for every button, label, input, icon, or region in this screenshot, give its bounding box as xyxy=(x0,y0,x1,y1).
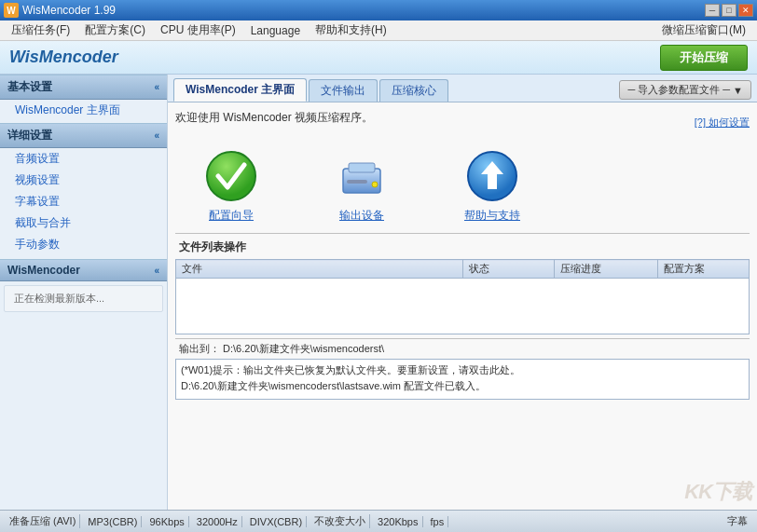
sidebar-item-manual[interactable]: 手动参数 xyxy=(0,234,167,255)
output-device-label: 输出设备 xyxy=(339,208,384,224)
titlebar-buttons: ─ □ ✕ xyxy=(705,4,753,17)
main-panel: 欢迎使用 WisMencoder 视频压缩程序。 [?] 如何设置 xyxy=(168,102,757,510)
status-video-codec: DIVX(CBR) xyxy=(246,516,307,527)
sidebar-wis-label: WisMencoder xyxy=(7,264,80,277)
how-to-setup-link[interactable]: [?] 如何设置 xyxy=(695,116,750,130)
col-status: 状态 xyxy=(462,260,554,279)
menu-compress[interactable]: 压缩任务(F) xyxy=(4,20,77,40)
import-config-label: ─ 导入参数配置文件 ─ xyxy=(627,83,730,97)
sidebar-detail-arrow: « xyxy=(154,130,159,141)
file-list-header: 文件列表操作 xyxy=(175,238,750,257)
minimize-button[interactable]: ─ xyxy=(705,4,720,17)
svg-point-3 xyxy=(372,182,378,187)
log-area: (*W01)提示：输出文件夹已恢复为默认文件夹。要重新设置，请双击此处。 D:\… xyxy=(175,359,750,400)
welcome-text: 欢迎使用 WisMencoder 视频压缩程序。 xyxy=(175,110,373,126)
sidebar-item-main[interactable]: WisMencoder 主界面 xyxy=(0,100,167,121)
sidebar-basic-group: 基本设置 « WisMencoder 主界面 xyxy=(0,75,167,121)
file-table: 文件 状态 压缩进度 配置方案 xyxy=(175,259,750,279)
help-support-item[interactable]: 帮助与支持 xyxy=(455,150,530,224)
header: WisMencoder 开始压缩 xyxy=(0,41,757,75)
col-progress: 压缩进度 xyxy=(554,260,657,279)
sidebar-item-audio[interactable]: 音频设置 xyxy=(0,148,167,170)
file-table-body xyxy=(175,279,750,334)
sidebar-item-subtitle[interactable]: 字幕设置 xyxy=(0,191,167,212)
output-device-icon xyxy=(336,150,388,202)
import-config-button[interactable]: ─ 导入参数配置文件 ─ ▼ xyxy=(619,80,751,100)
output-path: 输出到： D:\6.20\新建文件夹\wismencoderst\ xyxy=(175,338,750,359)
sidebar-wis-header: WisMencoder « xyxy=(0,259,167,281)
sidebar-version-text: 正在检测最新版本... xyxy=(4,285,163,312)
close-button[interactable]: ✕ xyxy=(738,4,753,17)
sidebar-basic-arrow: « xyxy=(154,82,159,92)
status-size: 不改变大小 xyxy=(310,514,370,528)
status-fps: fps xyxy=(427,516,449,527)
status-subtitle: 字幕 xyxy=(723,514,751,528)
sidebar-basic-label: 基本设置 xyxy=(7,79,52,95)
menu-mini-window[interactable]: 微缩压缩窗口(M) xyxy=(654,20,753,40)
config-wizard-icon xyxy=(205,150,257,202)
col-file: 文件 xyxy=(176,260,463,279)
main-layout: 基本设置 « WisMencoder 主界面 详细设置 « 音频设置 视频设置 … xyxy=(0,75,757,510)
sidebar-wis-arrow: « xyxy=(154,266,159,276)
sidebar: 基本设置 « WisMencoder 主界面 详细设置 « 音频设置 视频设置 … xyxy=(0,75,168,510)
menubar: 压缩任务(F) 配置方案(C) CPU 使用率(P) Language 帮助和支… xyxy=(0,20,757,41)
content-area: WisMencoder 主界面 文件输出 压缩核心 ─ 导入参数配置文件 ─ ▼… xyxy=(168,75,757,510)
menu-config[interactable]: 配置方案(C) xyxy=(77,20,153,40)
svg-point-0 xyxy=(207,152,255,200)
sidebar-detail-group: 详细设置 « 音频设置 视频设置 字幕设置 截取与合并 手动参数 xyxy=(0,123,167,255)
status-video-bitrate: 320Kbps xyxy=(374,516,422,527)
app-icon: W xyxy=(4,3,19,18)
app-logo: WisMencoder xyxy=(9,48,660,67)
help-support-label: 帮助与支持 xyxy=(464,208,520,224)
statusbar: 准备压缩 (AVI) MP3(CBR) 96Kbps 32000Hz DIVX(… xyxy=(0,510,757,532)
log-line-0: (*W01)提示：输出文件夹已恢复为默认文件夹。要重新设置，请双击此处。 xyxy=(181,362,744,378)
status-samplerate: 32000Hz xyxy=(193,516,242,527)
sidebar-item-video[interactable]: 视频设置 xyxy=(0,170,167,191)
status-mode: 准备压缩 (AVI) xyxy=(6,514,80,528)
maximize-button[interactable]: □ xyxy=(722,4,736,17)
sidebar-detail-header: 详细设置 « xyxy=(0,123,167,148)
col-config: 配置方案 xyxy=(657,260,749,279)
help-support-icon xyxy=(466,150,518,202)
output-path-label: 输出到： xyxy=(179,343,220,354)
tab-main[interactable]: WisMencoder 主界面 xyxy=(173,78,307,102)
svg-rect-4 xyxy=(347,180,367,184)
sidebar-item-cut-merge[interactable]: 截取与合并 xyxy=(0,212,167,234)
main-icons-row: 配置向导 xyxy=(175,141,750,233)
sidebar-detail-label: 详细设置 xyxy=(7,128,52,143)
sidebar-basic-header: 基本设置 « xyxy=(0,75,167,100)
config-wizard-item[interactable]: 配置向导 xyxy=(194,150,268,224)
sidebar-wis-group: WisMencoder « 正在检测最新版本... xyxy=(0,259,167,312)
menu-language[interactable]: Language xyxy=(243,22,308,39)
config-wizard-label: 配置向导 xyxy=(209,208,254,224)
menu-cpu[interactable]: CPU 使用率(P) xyxy=(153,20,243,40)
status-audio-codec: MP3(CBR) xyxy=(84,516,142,527)
titlebar: W WisMencoder 1.99 ─ □ ✕ xyxy=(0,0,757,20)
output-path-value: D:\6.20\新建文件夹\wismencoderst\ xyxy=(223,343,384,354)
dropdown-arrow-icon: ▼ xyxy=(733,85,743,96)
tab-bar: WisMencoder 主界面 文件输出 压缩核心 ─ 导入参数配置文件 ─ ▼ xyxy=(168,75,757,102)
titlebar-title: WisMencoder 1.99 xyxy=(22,4,705,17)
file-list-section: 文件列表操作 文件 状态 压缩进度 配置方案 xyxy=(175,233,750,338)
svg-rect-2 xyxy=(349,163,375,172)
tab-core[interactable]: 压缩核心 xyxy=(379,79,448,102)
output-device-item[interactable]: 输出设备 xyxy=(324,150,399,224)
start-compress-button[interactable]: 开始压缩 xyxy=(660,45,748,71)
log-line-1: D:\6.20\新建文件夹\wismencoderst\lastsave.wim… xyxy=(181,378,744,394)
status-bitrate: 96Kbps xyxy=(145,516,188,527)
menu-help[interactable]: 帮助和支持(H) xyxy=(308,20,394,40)
tab-output[interactable]: 文件输出 xyxy=(309,79,378,102)
